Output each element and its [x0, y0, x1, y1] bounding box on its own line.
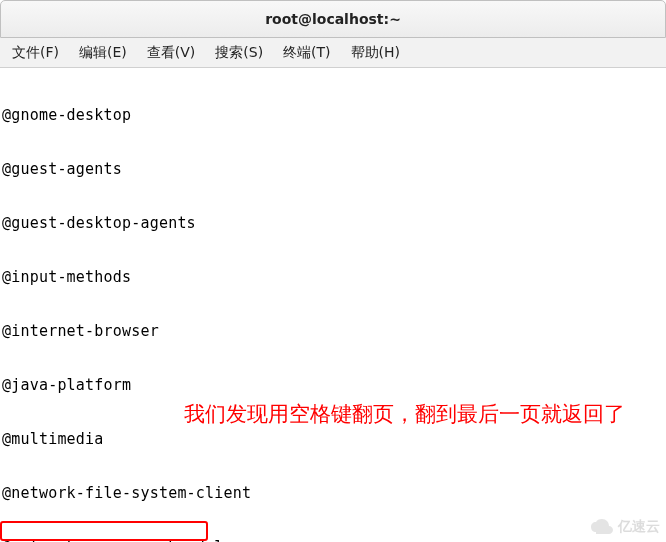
terminal-line: @network-file-system-client — [2, 484, 664, 502]
terminal-line: @gnome-desktop — [2, 106, 664, 124]
terminal-line: @java-platform — [2, 376, 664, 394]
terminal-line: @input-methods — [2, 268, 664, 286]
menu-view[interactable]: 查看(V) — [139, 40, 204, 66]
terminal-line: @guest-desktop-agents — [2, 214, 664, 232]
watermark: 亿速云 — [590, 518, 660, 536]
terminal-line: @multimedia — [2, 430, 664, 448]
cloud-icon — [590, 518, 614, 536]
menu-edit[interactable]: 编辑(E) — [71, 40, 135, 66]
watermark-label: 亿速云 — [618, 518, 660, 536]
terminal-line: @guest-agents — [2, 160, 664, 178]
terminal-output[interactable]: @gnome-desktop @guest-agents @guest-desk… — [0, 68, 666, 542]
window-titlebar[interactable]: root@localhost:~ — [0, 0, 666, 38]
menu-terminal[interactable]: 终端(T) — [275, 40, 338, 66]
terminal-line: @networkmanager-submodules — [2, 538, 664, 542]
annotation-text: 我们发现用空格键翻页，翻到最后一页就返回了 — [184, 400, 625, 428]
menu-file[interactable]: 文件(F) — [4, 40, 67, 66]
window-title: root@localhost:~ — [265, 11, 401, 27]
menu-search[interactable]: 搜索(S) — [207, 40, 271, 66]
menubar: 文件(F) 编辑(E) 查看(V) 搜索(S) 终端(T) 帮助(H) — [0, 38, 666, 68]
menu-help[interactable]: 帮助(H) — [343, 40, 408, 66]
terminal-line: @internet-browser — [2, 322, 664, 340]
